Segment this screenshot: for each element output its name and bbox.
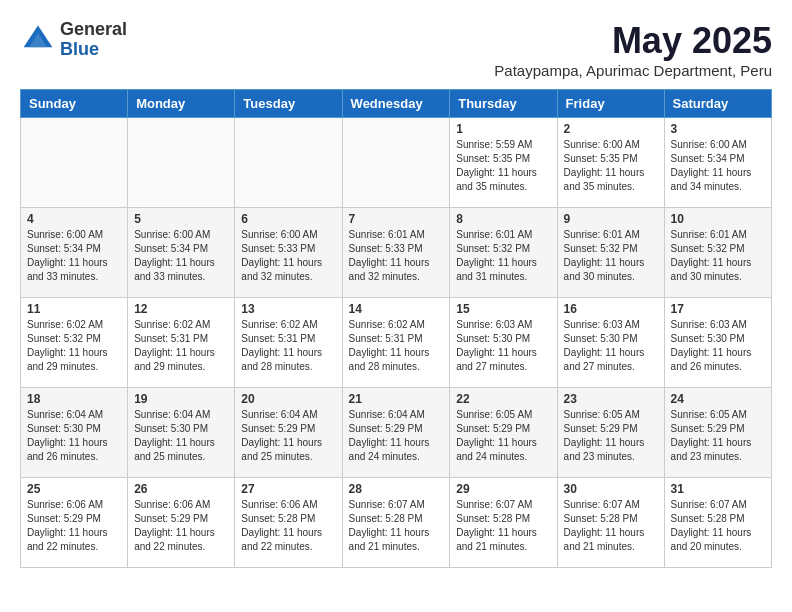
day-number: 24	[671, 392, 765, 406]
day-info: Sunrise: 6:02 AM Sunset: 5:32 PM Dayligh…	[27, 318, 121, 374]
day-info: Sunrise: 6:01 AM Sunset: 5:32 PM Dayligh…	[564, 228, 658, 284]
weekday-header-friday: Friday	[557, 90, 664, 118]
day-info: Sunrise: 6:06 AM Sunset: 5:29 PM Dayligh…	[134, 498, 228, 554]
day-info: Sunrise: 6:07 AM Sunset: 5:28 PM Dayligh…	[349, 498, 444, 554]
day-info: Sunrise: 6:03 AM Sunset: 5:30 PM Dayligh…	[456, 318, 550, 374]
calendar-cell: 3Sunrise: 6:00 AM Sunset: 5:34 PM Daylig…	[664, 118, 771, 208]
calendar-cell: 15Sunrise: 6:03 AM Sunset: 5:30 PM Dayli…	[450, 298, 557, 388]
day-number: 10	[671, 212, 765, 226]
calendar-cell: 9Sunrise: 6:01 AM Sunset: 5:32 PM Daylig…	[557, 208, 664, 298]
day-number: 14	[349, 302, 444, 316]
day-number: 31	[671, 482, 765, 496]
day-info: Sunrise: 6:00 AM Sunset: 5:34 PM Dayligh…	[134, 228, 228, 284]
calendar-cell: 19Sunrise: 6:04 AM Sunset: 5:30 PM Dayli…	[128, 388, 235, 478]
day-number: 25	[27, 482, 121, 496]
calendar-cell: 16Sunrise: 6:03 AM Sunset: 5:30 PM Dayli…	[557, 298, 664, 388]
logo: General Blue	[20, 20, 127, 60]
day-info: Sunrise: 6:05 AM Sunset: 5:29 PM Dayligh…	[671, 408, 765, 464]
day-info: Sunrise: 6:07 AM Sunset: 5:28 PM Dayligh…	[564, 498, 658, 554]
weekday-header-thursday: Thursday	[450, 90, 557, 118]
weekday-row: SundayMondayTuesdayWednesdayThursdayFrid…	[21, 90, 772, 118]
calendar-header: SundayMondayTuesdayWednesdayThursdayFrid…	[21, 90, 772, 118]
calendar-cell: 6Sunrise: 6:00 AM Sunset: 5:33 PM Daylig…	[235, 208, 342, 298]
calendar-cell: 20Sunrise: 6:04 AM Sunset: 5:29 PM Dayli…	[235, 388, 342, 478]
day-number: 18	[27, 392, 121, 406]
day-info: Sunrise: 6:01 AM Sunset: 5:33 PM Dayligh…	[349, 228, 444, 284]
day-number: 30	[564, 482, 658, 496]
calendar-cell: 7Sunrise: 6:01 AM Sunset: 5:33 PM Daylig…	[342, 208, 450, 298]
day-number: 20	[241, 392, 335, 406]
calendar-cell: 28Sunrise: 6:07 AM Sunset: 5:28 PM Dayli…	[342, 478, 450, 568]
calendar-cell: 21Sunrise: 6:04 AM Sunset: 5:29 PM Dayli…	[342, 388, 450, 478]
day-info: Sunrise: 6:04 AM Sunset: 5:29 PM Dayligh…	[349, 408, 444, 464]
day-number: 22	[456, 392, 550, 406]
calendar-cell: 11Sunrise: 6:02 AM Sunset: 5:32 PM Dayli…	[21, 298, 128, 388]
day-number: 19	[134, 392, 228, 406]
day-number: 4	[27, 212, 121, 226]
day-info: Sunrise: 6:00 AM Sunset: 5:33 PM Dayligh…	[241, 228, 335, 284]
day-info: Sunrise: 6:02 AM Sunset: 5:31 PM Dayligh…	[349, 318, 444, 374]
calendar-body: 1Sunrise: 5:59 AM Sunset: 5:35 PM Daylig…	[21, 118, 772, 568]
day-number: 6	[241, 212, 335, 226]
day-number: 28	[349, 482, 444, 496]
day-number: 29	[456, 482, 550, 496]
day-number: 9	[564, 212, 658, 226]
calendar-cell: 31Sunrise: 6:07 AM Sunset: 5:28 PM Dayli…	[664, 478, 771, 568]
day-info: Sunrise: 6:05 AM Sunset: 5:29 PM Dayligh…	[564, 408, 658, 464]
logo-icon	[20, 22, 56, 58]
day-info: Sunrise: 6:05 AM Sunset: 5:29 PM Dayligh…	[456, 408, 550, 464]
day-number: 27	[241, 482, 335, 496]
day-number: 7	[349, 212, 444, 226]
day-info: Sunrise: 6:04 AM Sunset: 5:30 PM Dayligh…	[134, 408, 228, 464]
calendar-cell: 13Sunrise: 6:02 AM Sunset: 5:31 PM Dayli…	[235, 298, 342, 388]
calendar-cell: 10Sunrise: 6:01 AM Sunset: 5:32 PM Dayli…	[664, 208, 771, 298]
calendar-table: SundayMondayTuesdayWednesdayThursdayFrid…	[20, 89, 772, 568]
day-info: Sunrise: 6:06 AM Sunset: 5:29 PM Dayligh…	[27, 498, 121, 554]
calendar-week-4: 18Sunrise: 6:04 AM Sunset: 5:30 PM Dayli…	[21, 388, 772, 478]
day-info: Sunrise: 6:00 AM Sunset: 5:35 PM Dayligh…	[564, 138, 658, 194]
day-number: 13	[241, 302, 335, 316]
day-number: 11	[27, 302, 121, 316]
calendar-cell: 18Sunrise: 6:04 AM Sunset: 5:30 PM Dayli…	[21, 388, 128, 478]
day-number: 5	[134, 212, 228, 226]
calendar-cell: 24Sunrise: 6:05 AM Sunset: 5:29 PM Dayli…	[664, 388, 771, 478]
day-info: Sunrise: 6:00 AM Sunset: 5:34 PM Dayligh…	[27, 228, 121, 284]
calendar-cell: 8Sunrise: 6:01 AM Sunset: 5:32 PM Daylig…	[450, 208, 557, 298]
day-info: Sunrise: 6:03 AM Sunset: 5:30 PM Dayligh…	[564, 318, 658, 374]
calendar-cell: 2Sunrise: 6:00 AM Sunset: 5:35 PM Daylig…	[557, 118, 664, 208]
day-info: Sunrise: 6:01 AM Sunset: 5:32 PM Dayligh…	[671, 228, 765, 284]
day-number: 17	[671, 302, 765, 316]
calendar-cell: 1Sunrise: 5:59 AM Sunset: 5:35 PM Daylig…	[450, 118, 557, 208]
calendar-cell: 5Sunrise: 6:00 AM Sunset: 5:34 PM Daylig…	[128, 208, 235, 298]
day-number: 21	[349, 392, 444, 406]
day-info: Sunrise: 6:04 AM Sunset: 5:29 PM Dayligh…	[241, 408, 335, 464]
weekday-header-wednesday: Wednesday	[342, 90, 450, 118]
day-info: Sunrise: 6:07 AM Sunset: 5:28 PM Dayligh…	[671, 498, 765, 554]
day-info: Sunrise: 6:01 AM Sunset: 5:32 PM Dayligh…	[456, 228, 550, 284]
calendar-cell: 4Sunrise: 6:00 AM Sunset: 5:34 PM Daylig…	[21, 208, 128, 298]
day-info: Sunrise: 6:04 AM Sunset: 5:30 PM Dayligh…	[27, 408, 121, 464]
calendar-cell	[128, 118, 235, 208]
day-number: 15	[456, 302, 550, 316]
calendar-cell: 17Sunrise: 6:03 AM Sunset: 5:30 PM Dayli…	[664, 298, 771, 388]
calendar-cell: 25Sunrise: 6:06 AM Sunset: 5:29 PM Dayli…	[21, 478, 128, 568]
day-info: Sunrise: 6:02 AM Sunset: 5:31 PM Dayligh…	[134, 318, 228, 374]
calendar-cell: 27Sunrise: 6:06 AM Sunset: 5:28 PM Dayli…	[235, 478, 342, 568]
logo-text: General Blue	[60, 20, 127, 60]
calendar-week-2: 4Sunrise: 6:00 AM Sunset: 5:34 PM Daylig…	[21, 208, 772, 298]
day-number: 26	[134, 482, 228, 496]
day-info: Sunrise: 5:59 AM Sunset: 5:35 PM Dayligh…	[456, 138, 550, 194]
day-info: Sunrise: 6:06 AM Sunset: 5:28 PM Dayligh…	[241, 498, 335, 554]
calendar-week-1: 1Sunrise: 5:59 AM Sunset: 5:35 PM Daylig…	[21, 118, 772, 208]
calendar-cell: 23Sunrise: 6:05 AM Sunset: 5:29 PM Dayli…	[557, 388, 664, 478]
day-info: Sunrise: 6:03 AM Sunset: 5:30 PM Dayligh…	[671, 318, 765, 374]
day-number: 16	[564, 302, 658, 316]
calendar-cell: 22Sunrise: 6:05 AM Sunset: 5:29 PM Dayli…	[450, 388, 557, 478]
calendar-cell: 14Sunrise: 6:02 AM Sunset: 5:31 PM Dayli…	[342, 298, 450, 388]
day-number: 2	[564, 122, 658, 136]
day-info: Sunrise: 6:02 AM Sunset: 5:31 PM Dayligh…	[241, 318, 335, 374]
weekday-header-saturday: Saturday	[664, 90, 771, 118]
calendar-cell: 29Sunrise: 6:07 AM Sunset: 5:28 PM Dayli…	[450, 478, 557, 568]
day-info: Sunrise: 6:00 AM Sunset: 5:34 PM Dayligh…	[671, 138, 765, 194]
day-info: Sunrise: 6:07 AM Sunset: 5:28 PM Dayligh…	[456, 498, 550, 554]
